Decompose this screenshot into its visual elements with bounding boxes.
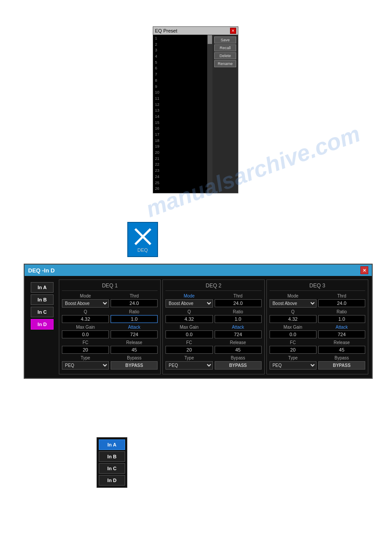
- eq-preset-list-item[interactable]: 22: [154, 162, 206, 168]
- eq-preset-list-item[interactable]: 2: [154, 42, 206, 48]
- deq-maxgain-input[interactable]: [270, 330, 316, 338]
- deq-panels: DEQ 1 Mode Boost Above Thrd Q Ratio: [59, 279, 368, 374]
- deq-bypass-button[interactable]: BYPASS: [215, 361, 262, 370]
- deq-close-button[interactable]: ✕: [360, 266, 368, 274]
- deq-mode-field: Mode Boost Above: [270, 294, 316, 308]
- deq-fc-label: FC: [83, 340, 88, 345]
- deq-bypass-label: Bypass: [231, 355, 245, 360]
- deq-sidebar-in-c-button[interactable]: In C: [31, 307, 54, 317]
- deq-sidebar-in-a-button[interactable]: In A: [31, 282, 54, 293]
- eq-preset-list-item[interactable]: 12: [154, 102, 206, 108]
- deq-attack-field: Attack: [318, 325, 365, 338]
- deq-release-input[interactable]: [318, 346, 365, 354]
- eq-preset-list-item[interactable]: 15: [154, 120, 206, 126]
- small-panel-in-c-button[interactable]: In C: [99, 463, 125, 474]
- eq-preset-list-item[interactable]: 19: [154, 144, 206, 150]
- deq-sidebar: In AIn BIn CIn D: [28, 279, 56, 374]
- deq-release-input[interactable]: [111, 346, 158, 354]
- small-panel-in-d-button[interactable]: In D: [99, 475, 125, 486]
- deq-q-input[interactable]: [165, 315, 212, 323]
- deq-ratio-field: Ratio: [111, 309, 158, 323]
- deq-fc-input[interactable]: [165, 346, 212, 354]
- deq-attack-input[interactable]: [318, 330, 365, 338]
- eq-preset-list-item[interactable]: 1: [154, 36, 206, 42]
- deq-panel-3: DEQ 3 Mode Boost Above Thrd Q Ratio: [266, 279, 368, 374]
- eq-preset-list-item[interactable]: 24: [154, 174, 206, 180]
- eq-preset-save-button[interactable]: Save: [214, 36, 236, 44]
- deq-thrd-input[interactable]: [318, 299, 365, 307]
- eq-preset-list-item[interactable]: 6: [154, 65, 206, 72]
- eq-preset-delete-button[interactable]: Delete: [214, 52, 236, 59]
- eq-preset-list-item[interactable]: 11: [154, 96, 206, 102]
- small-panel-in-a-button[interactable]: In A: [99, 439, 125, 450]
- eq-preset-list-item[interactable]: 3: [154, 47, 206, 54]
- deq-fc-release-row: FC Release: [270, 340, 365, 354]
- deq-titlebar: DEQ -In D ✕: [25, 265, 372, 276]
- eq-preset-list-item[interactable]: 5: [154, 60, 206, 66]
- eq-preset-list-item[interactable]: 18: [154, 138, 206, 144]
- eq-preset-list-item[interactable]: 17: [154, 132, 206, 138]
- deq-bypass-button[interactable]: BYPASS: [111, 361, 158, 370]
- eq-preset-list-item[interactable]: 8: [154, 78, 206, 84]
- deq-type-select[interactable]: PEQ: [165, 361, 212, 370]
- deq-fc-field: FC: [165, 340, 212, 354]
- eq-preset-list-item[interactable]: 14: [154, 114, 206, 120]
- eq-preset-list-item[interactable]: 7: [154, 72, 206, 78]
- deq-bypass-field: Bypass BYPASS: [111, 355, 158, 370]
- eq-preset-list-item[interactable]: 13: [154, 108, 206, 114]
- eq-preset-list-item[interactable]: 21: [154, 156, 206, 162]
- deq-ratio-input[interactable]: [111, 315, 158, 323]
- deq-ratio-input[interactable]: [318, 315, 365, 323]
- deq-bypass-button[interactable]: BYPASS: [318, 361, 365, 370]
- eq-preset-scrollbar[interactable]: [207, 35, 212, 193]
- deq-maxgain-input[interactable]: [62, 330, 109, 338]
- deq-bypass-label: Bypass: [334, 355, 349, 360]
- deq-q-input[interactable]: [62, 315, 109, 323]
- deq-maxgain-attack-row: Max Gain Attack: [165, 325, 261, 338]
- deq-bypass-field: Bypass BYPASS: [215, 355, 262, 370]
- eq-preset-list-item[interactable]: 26: [154, 186, 206, 192]
- deq-q-input[interactable]: [270, 315, 316, 323]
- deq-type-select[interactable]: PEQ: [62, 361, 109, 370]
- deq-type-label: Type: [288, 355, 298, 360]
- deq-thrd-label: Thrd: [129, 294, 139, 298]
- eq-preset-list[interactable]: 1234567891011121314151617181920212223242…: [153, 35, 207, 193]
- deq-icon[interactable]: DEQ: [127, 222, 158, 257]
- deq-thrd-input[interactable]: [215, 299, 262, 307]
- deq-type-select[interactable]: PEQ: [270, 361, 316, 370]
- deq-release-input[interactable]: [215, 346, 262, 354]
- deq-fc-input[interactable]: [270, 346, 316, 354]
- deq-maxgain-label: Max Gain: [76, 325, 95, 330]
- deq-panel-1: DEQ 1 Mode Boost Above Thrd Q Ratio: [59, 279, 161, 374]
- deq-ratio-input[interactable]: [215, 315, 262, 323]
- eq-preset-recall-button[interactable]: Recall: [214, 44, 236, 51]
- eq-preset-list-item[interactable]: 25: [154, 180, 206, 186]
- eq-preset-list-item[interactable]: 10: [154, 90, 206, 96]
- deq-fc-input[interactable]: [62, 346, 109, 354]
- deq-attack-input[interactable]: [215, 330, 262, 338]
- deq-q-field: Q: [165, 309, 212, 323]
- eq-preset-list-item[interactable]: 4: [154, 54, 206, 60]
- eq-preset-list-item[interactable]: 20: [154, 150, 206, 156]
- deq-type-bypass-row: Type PEQ Bypass BYPASS: [270, 355, 365, 370]
- deq-sidebar-in-d-button[interactable]: In D: [31, 319, 54, 330]
- deq-mode-select[interactable]: Boost Above: [62, 299, 109, 308]
- small-panel-in-b-button[interactable]: In B: [99, 451, 125, 462]
- deq-maxgain-input[interactable]: [165, 330, 212, 338]
- deq-attack-input[interactable]: [111, 330, 158, 338]
- deq-release-field: Release: [111, 340, 158, 354]
- eq-preset-rename-button[interactable]: Rename: [214, 60, 236, 67]
- eq-preset-list-item[interactable]: 23: [154, 168, 206, 174]
- eq-preset-list-item[interactable]: 16: [154, 126, 206, 132]
- eq-preset-list-item[interactable]: 9: [154, 84, 206, 90]
- deq-thrd-input[interactable]: [111, 299, 158, 307]
- deq-mode-select[interactable]: Boost Above: [270, 299, 316, 308]
- deq-maxgain-attack-row: Max Gain Attack: [270, 325, 365, 338]
- eq-preset-close-button[interactable]: ✕: [230, 28, 236, 34]
- deq-maxgain-label: Max Gain: [284, 325, 302, 330]
- deq-type-label: Type: [81, 355, 90, 360]
- deq-maxgain-field: Max Gain: [165, 325, 212, 338]
- deq-thrd-field: Thrd: [318, 294, 365, 308]
- deq-mode-select[interactable]: Boost Above: [165, 299, 212, 308]
- deq-sidebar-in-b-button[interactable]: In B: [31, 294, 54, 305]
